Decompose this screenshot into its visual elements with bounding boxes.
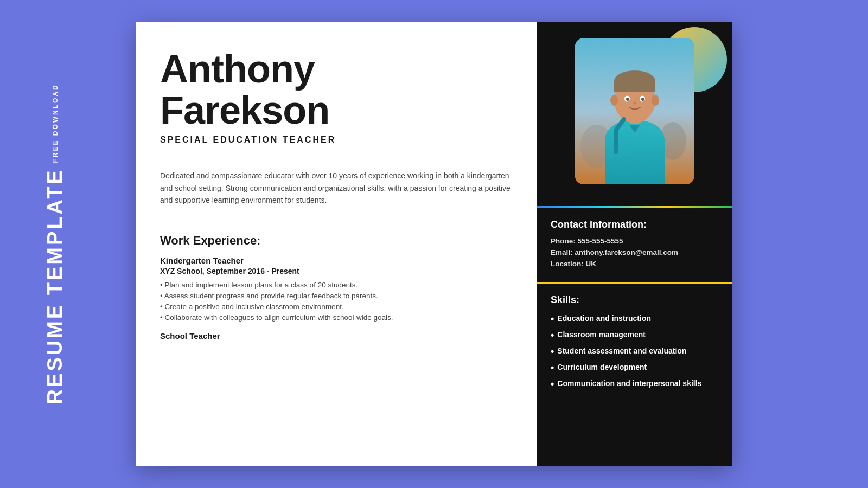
bullet-1-2: Assess student progress and provide regu… [160,292,513,300]
skill-item-1: • Education and instruction [551,314,719,324]
contact-location: Location: UK [551,260,719,268]
bullet-1-1: Plan and implement lesson plans for a cl… [160,281,513,289]
contact-title: Contact Information: [551,219,719,230]
job-company-1: XYZ School, September 2016 - Present [160,267,513,275]
skill-item-3: • Student assessment and evaluation [551,346,719,356]
side-label: FREE DOWNLOAD RESUME TEMPLATE [43,84,67,404]
skills-title: Skills: [551,294,719,306]
left-panel: Anthony Farekson SPECIAL EDUCATION TEACH… [136,22,537,466]
last-name: Farekson [160,88,329,132]
full-name: Anthony Farekson [160,49,513,131]
work-experience-section: Work Experience: Kindergarten Teacher XY… [160,234,513,342]
svg-point-11 [610,95,618,106]
svg-point-9 [626,98,629,101]
skill-item-4: • Curriculum development [551,363,719,373]
skill-label-4: Curriculum development [557,363,647,371]
svg-rect-6 [614,81,655,92]
resume-template-label: RESUME TEMPLATE [43,169,67,404]
first-name: Anthony [160,47,315,91]
svg-point-12 [652,95,659,106]
skills-section: Skills: • Education and instruction • Cl… [537,284,732,406]
bullet-1-3: Create a positive and inclusive classroo… [160,303,513,311]
svg-point-10 [641,98,644,101]
job-title: SPECIAL EDUCATION TEACHER [160,135,513,145]
free-download-label: FREE DOWNLOAD [52,84,59,163]
job-bullets-1: Plan and implement lesson plans for a cl… [160,281,513,322]
skill-bullet-5: • [551,379,554,389]
skill-item-5: • Communication and interpersonal skills [551,379,719,389]
contact-email: Email: anthony.farekson@email.com [551,248,719,256]
profile-photo [575,38,694,184]
job-entry-1: Kindergarten Teacher XYZ School, Septemb… [160,256,513,322]
skill-bullet-3: • [551,346,554,356]
skill-bullet-4: • [551,363,554,373]
right-panel: Contact Information: Phone: 555-555-5555… [537,22,732,466]
work-experience-title: Work Experience: [160,234,513,248]
skill-bullet-1: • [551,314,554,324]
summary-text: Dedicated and compassionate educator wit… [160,170,513,220]
contact-section: Contact Information: Phone: 555-555-5555… [537,208,732,284]
skill-item-2: • Classroom management [551,330,719,340]
name-section: Anthony Farekson SPECIAL EDUCATION TEACH… [160,49,513,156]
skill-bullet-2: • [551,330,554,340]
skill-label-1: Education and instruction [557,314,651,323]
photo-section [537,22,732,206]
job-role-1: Kindergarten Teacher [160,256,513,265]
contact-phone: Phone: 555-555-5555 [551,237,719,245]
skill-label-3: Student assessment and evaluation [557,346,686,355]
resume-card: Anthony Farekson SPECIAL EDUCATION TEACH… [136,22,732,466]
skill-label-5: Communication and interpersonal skills [557,379,701,388]
page-wrapper: FREE DOWNLOAD RESUME TEMPLATE Anthony Fa… [0,0,868,488]
skill-label-2: Classroom management [557,330,646,339]
job-role-2: School Teacher [160,331,513,341]
bullet-1-4: Collaborate with colleagues to align cur… [160,313,513,322]
job-entry-2: School Teacher [160,331,513,341]
